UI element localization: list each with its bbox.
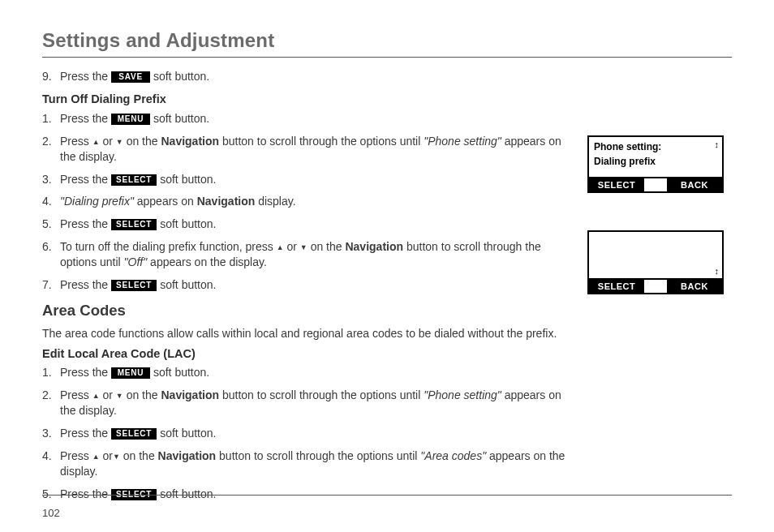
up-arrow-icon: ▲ <box>92 391 100 401</box>
step-2: 2. Press ▲ or ▼ on the Navigation button… <box>42 388 566 418</box>
up-arrow-icon: ▲ <box>92 452 100 461</box>
text: To turn off the dialing prefix function,… <box>60 240 273 253</box>
content-columns: 9. Press the SAVE soft button. Turn Off … <box>42 66 732 508</box>
navigation-word: Navigation <box>345 240 403 253</box>
text: soft button. <box>160 427 216 440</box>
text: Press the <box>60 217 108 230</box>
up-arrow-icon: ▲ <box>277 242 284 252</box>
menu-pill-icon: MENU <box>111 114 150 125</box>
step-number: 9. <box>42 69 60 84</box>
softkey-select: SELECT <box>589 280 644 293</box>
text: on the <box>127 135 158 148</box>
text: button to scroll through the options unt… <box>222 388 420 401</box>
quoted: "Phone setting" <box>424 135 501 148</box>
section-heading-area-codes: Area Codes <box>42 301 566 321</box>
softkey-select: SELECT <box>589 178 644 191</box>
text: or <box>286 240 296 253</box>
select-pill-icon: SELECT <box>111 219 157 230</box>
text: appears on <box>137 195 194 208</box>
down-arrow-icon: ▼ <box>116 391 123 401</box>
text: button to scroll through the options unt… <box>222 135 420 148</box>
text: Press the <box>60 487 108 500</box>
step-3: 3. Press the SELECT soft button. <box>42 426 566 441</box>
up-arrow-icon: ▲ <box>92 137 100 147</box>
text: or <box>103 449 113 462</box>
softkey-bar: SELECT BACK <box>589 278 722 293</box>
softkey-back: BACK <box>667 280 722 293</box>
quoted: "Area codes" <box>420 449 486 462</box>
subheading-turn-off-prefix: Turn Off Dialing Prefix <box>42 92 566 108</box>
step-1: 1. Press the MENU soft button. <box>42 365 566 380</box>
navigation-word: Navigation <box>197 195 256 208</box>
edit-lac-steps: 1. Press the MENU soft button. 2. Press … <box>42 365 566 501</box>
footer-rule <box>42 495 732 496</box>
page-title: Settings and Adjustment <box>42 28 732 54</box>
text: Press <box>60 449 89 462</box>
text: soft button. <box>160 278 216 291</box>
area-codes-intro: The area code functions allow calls with… <box>42 326 566 341</box>
text: soft button. <box>160 487 216 500</box>
step-3: 3. Press the SELECT soft button. <box>42 172 566 187</box>
text: Press <box>60 135 89 148</box>
text: Press the <box>60 366 108 379</box>
turn-off-prefix-steps: 1. Press the MENU soft button. 2. Press … <box>42 111 566 293</box>
step-4: 4. Press ▲ or ​▼ on the Navigation butto… <box>42 448 566 479</box>
screen-line-2: Dialing prefix <box>594 155 717 168</box>
text: Press the <box>60 427 108 440</box>
step-9: 9. Press the SAVE soft button. <box>42 69 566 84</box>
select-pill-icon: SELECT <box>111 280 157 291</box>
text: soft button. <box>153 366 209 379</box>
quoted: "Dialing prefix" <box>60 195 134 208</box>
text: or <box>103 135 113 148</box>
main-column: 9. Press the SAVE soft button. Turn Off … <box>42 66 566 508</box>
text: on the <box>311 240 342 253</box>
down-arrow-icon: ▼ <box>300 242 307 252</box>
step-7: 7. Press the SELECT soft button. <box>42 277 566 293</box>
softkey-bar: SELECT BACK <box>589 177 722 191</box>
manual-page: Settings and Adjustment 9. Press the SAV… <box>0 0 774 532</box>
save-pill-icon: SAVE <box>111 71 150 83</box>
title-rule <box>42 57 732 58</box>
down-arrow-icon: ▼ <box>116 137 123 147</box>
phone-screen-dialing-prefix: Phone setting: Dialing prefix ↕ SELECT B… <box>587 135 724 193</box>
select-pill-icon: SELECT <box>111 174 157 186</box>
text: button to scroll through the options unt… <box>219 449 417 462</box>
text: on the <box>123 449 155 462</box>
navigation-word: Navigation <box>158 449 217 462</box>
text: or <box>103 388 113 401</box>
text: soft button. <box>160 217 216 230</box>
text: Press the <box>60 70 108 83</box>
navigation-word: Navigation <box>161 135 219 148</box>
quoted: "Off" <box>124 255 148 268</box>
quoted: "Phone setting" <box>424 388 501 401</box>
navigation-word: Navigation <box>161 388 219 401</box>
step-1: 1. Press the MENU soft button. <box>42 111 566 127</box>
text: soft button. <box>160 173 216 186</box>
step-6: 6. To turn off the dialing prefix functi… <box>42 239 566 270</box>
text: display. <box>258 195 295 208</box>
softkey-back: BACK <box>667 178 722 191</box>
text: Press the <box>60 112 108 125</box>
side-column: Phone setting: Dialing prefix ↕ SELECT B… <box>587 66 732 508</box>
text: Press <box>60 388 89 401</box>
text: soft button. <box>153 70 209 83</box>
text: soft button. <box>153 112 209 125</box>
subheading-edit-lac: Edit Local Area Code (LAC) <box>42 346 566 363</box>
scroll-indicator-icon: ↕ <box>715 140 720 148</box>
screen-line-1: Phone setting: <box>594 140 717 153</box>
softkey-gap <box>644 280 667 293</box>
text: appears on the display. <box>150 255 267 268</box>
down-arrow-icon: ▼ <box>113 452 120 461</box>
step-2: 2. Press ▲ or ▼ on the Navigation button… <box>42 134 566 165</box>
text: Press the <box>60 173 108 186</box>
select-pill-icon: SELECT <box>111 428 157 440</box>
menu-pill-icon: MENU <box>111 367 150 379</box>
text: Press the <box>60 278 108 291</box>
text: on the <box>127 388 158 401</box>
page-number: 102 <box>42 506 60 521</box>
steps-continued: 9. Press the SAVE soft button. <box>42 69 566 84</box>
step-4: 4. "Dialing prefix" appears on Navigatio… <box>42 194 566 209</box>
phone-screen-blank: ↕ SELECT BACK <box>587 230 724 294</box>
softkey-gap <box>644 178 667 191</box>
scroll-indicator-icon: ↕ <box>715 267 720 275</box>
